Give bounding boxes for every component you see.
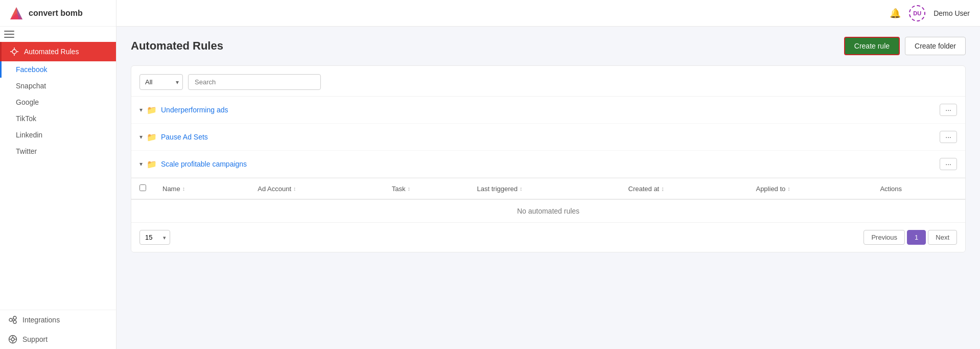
th-actions-label: Actions	[880, 185, 902, 193]
pagination-bar: 15 25 50 100 Previous 1 Next	[131, 222, 965, 252]
th-name-label: Name	[162, 185, 180, 193]
header-actions: Create rule Create folder	[844, 37, 966, 55]
th-created-at[interactable]: Created at ↨	[620, 178, 748, 200]
sidebar-item-automated-rules[interactable]: Automated Rules	[0, 42, 116, 61]
sort-icon-ad-account: ↕	[293, 185, 296, 192]
rules-table: Name ↕ Ad Account ↕	[131, 178, 965, 222]
folder-name-pause: Pause Ad Sets	[161, 133, 208, 141]
empty-row: No automated rules	[131, 199, 965, 222]
automated-rules-icon	[10, 47, 19, 56]
page-size-select[interactable]: 15 25 50 100	[139, 230, 170, 245]
th-applied-to-label: Applied to	[756, 185, 785, 193]
logo-icon	[8, 5, 25, 21]
sidebar-sub-label-twitter: Twitter	[16, 147, 37, 155]
svg-point-9	[13, 316, 16, 319]
filter-bar: All Active Inactive	[131, 66, 965, 97]
pagination-buttons: Previous 1 Next	[864, 230, 957, 245]
sidebar-sub-label-google: Google	[16, 98, 39, 106]
support-label: Support	[22, 335, 48, 343]
avatar: DU	[909, 5, 925, 21]
filter-select-wrapper: All Active Inactive	[139, 74, 183, 90]
folder-name-scale: Scale profitable campaigns	[161, 160, 247, 168]
sidebar-sub-item-snapchat[interactable]: Snapchat	[0, 78, 116, 94]
topbar: 🔔 DU Demo User	[116, 0, 980, 27]
sidebar-sub-item-facebook[interactable]: Facebook	[0, 61, 116, 78]
folder-row-scale[interactable]: ▾ 📁 Scale profitable campaigns ···	[131, 151, 965, 178]
next-button[interactable]: Next	[928, 230, 957, 245]
th-created-at-label: Created at	[628, 185, 660, 193]
sidebar-item-integrations[interactable]: Integrations	[0, 310, 116, 330]
sort-icon-task: ↕	[407, 185, 410, 192]
th-last-triggered-label: Last triggered	[477, 185, 518, 193]
content-header: Automated Rules Create rule Create folde…	[131, 37, 966, 55]
th-task[interactable]: Task ↕	[384, 178, 469, 200]
page-size-wrapper: 15 25 50 100	[139, 230, 170, 245]
folder-actions-pause: ···	[940, 131, 957, 143]
th-created-at-sort: Created at ↨	[628, 185, 664, 193]
sort-icon-created-at: ↨	[661, 185, 664, 192]
sidebar-sub-label-facebook: Facebook	[16, 65, 47, 74]
logo-container: convert bomb	[0, 0, 116, 27]
previous-button[interactable]: Previous	[864, 230, 905, 245]
table-body: No automated rules	[131, 199, 965, 222]
sort-icon-name: ↕	[182, 185, 185, 192]
rules-table-wrapper: Name ↕ Ad Account ↕	[131, 178, 965, 222]
select-all-checkbox[interactable]	[139, 184, 146, 191]
avatar-initials: DU	[913, 10, 921, 16]
app-name: convert bomb	[29, 9, 83, 18]
sidebar-item-support[interactable]: Support	[0, 330, 116, 349]
th-checkbox	[131, 178, 154, 200]
empty-message: No automated rules	[131, 199, 965, 222]
svg-point-3	[12, 50, 16, 54]
notifications-bell-icon[interactable]: 🔔	[890, 8, 901, 19]
th-applied-to-sort: Applied to ↕	[756, 185, 790, 193]
folder-row-pause[interactable]: ▾ 📁 Pause Ad Sets ···	[131, 124, 965, 151]
chevron-down-icon-2: ▾	[139, 133, 143, 141]
th-ad-account[interactable]: Ad Account ↕	[249, 178, 383, 200]
create-folder-button[interactable]: Create folder	[905, 37, 966, 55]
folder-row-underperforming[interactable]: ▾ 📁 Underperforming ads ···	[131, 97, 965, 124]
integrations-label: Integrations	[22, 316, 60, 324]
th-name-sort: Name ↕	[162, 185, 185, 193]
sidebar-sub-item-google[interactable]: Google	[0, 94, 116, 110]
folder-icon-2: 📁	[147, 132, 157, 142]
folder-icon: 📁	[147, 105, 157, 115]
chevron-down-icon-3: ▾	[139, 160, 143, 168]
th-applied-to[interactable]: Applied to ↕	[748, 178, 872, 200]
username-label[interactable]: Demo User	[934, 9, 970, 17]
folder-name-underperforming: Underperforming ads	[161, 106, 228, 114]
th-ad-account-label: Ad Account	[258, 185, 291, 193]
sidebar-bottom: Integrations Support	[0, 310, 116, 349]
folder-actions-scale: ···	[940, 158, 957, 170]
th-last-triggered[interactable]: Last triggered ↕	[469, 178, 620, 200]
chevron-down-icon: ▾	[139, 106, 143, 113]
sidebar-sub-item-tiktok[interactable]: TikTok	[0, 110, 116, 127]
search-input[interactable]	[188, 74, 321, 90]
folder-menu-button-pause[interactable]: ···	[940, 131, 957, 143]
support-icon	[8, 335, 17, 344]
menu-toggle[interactable]	[0, 27, 116, 42]
rules-panel: All Active Inactive ▾ 📁 Underperforming …	[131, 65, 966, 252]
th-actions: Actions	[872, 178, 965, 200]
page-1-button[interactable]: 1	[907, 230, 926, 245]
svg-line-11	[12, 319, 13, 320]
sidebar-sub-label-linkedin: Linkedin	[16, 131, 42, 139]
sort-icon-applied-to: ↕	[787, 185, 790, 192]
sidebar-sub-item-twitter[interactable]: Twitter	[0, 143, 116, 159]
sidebar-item-automated-rules-label: Automated Rules	[24, 48, 79, 56]
folder-menu-button-scale[interactable]: ···	[940, 158, 957, 170]
integrations-icon	[8, 315, 17, 324]
svg-point-14	[11, 338, 14, 341]
th-ad-account-sort: Ad Account ↕	[258, 185, 296, 193]
filter-select[interactable]: All Active Inactive	[139, 74, 183, 90]
page-title: Automated Rules	[131, 39, 223, 53]
content-area: Automated Rules Create rule Create folde…	[116, 27, 980, 349]
th-task-label: Task	[392, 185, 406, 193]
sidebar-sub-item-linkedin[interactable]: Linkedin	[0, 127, 116, 143]
sidebar: convert bomb Automated Rules Facebook Sn…	[0, 0, 116, 349]
folder-menu-button-underperforming[interactable]: ···	[940, 104, 957, 116]
th-last-triggered-sort: Last triggered ↕	[477, 185, 523, 193]
th-name[interactable]: Name ↕	[154, 178, 249, 200]
create-rule-button[interactable]: Create rule	[844, 37, 900, 55]
svg-point-10	[13, 320, 16, 323]
